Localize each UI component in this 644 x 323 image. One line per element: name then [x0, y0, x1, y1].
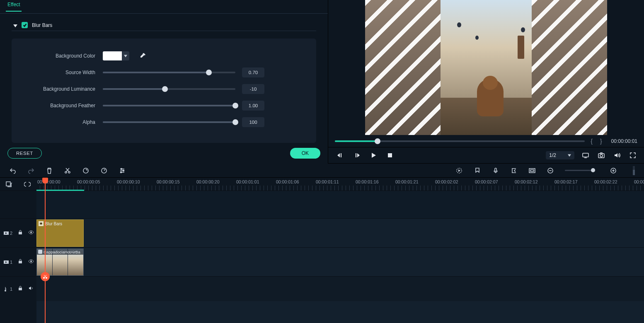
split-icon[interactable]	[64, 167, 71, 174]
track-header-audio[interactable]: 1	[0, 276, 36, 301]
lock-icon[interactable]	[17, 285, 23, 292]
split-cursor-icon[interactable]	[41, 272, 50, 281]
reset-button[interactable]: RESET	[7, 148, 42, 159]
lock-icon[interactable]	[17, 258, 23, 265]
value-source-width[interactable]: 0.70	[242, 67, 264, 77]
audio-mixer-icon[interactable]	[510, 167, 518, 174]
track-area[interactable]: 00:00:00:0000:00:00:0500:00:00:1000:00:0…	[36, 178, 644, 323]
preview-zoom-select[interactable]: 1/2	[546, 151, 574, 159]
preview-scrubber[interactable]	[335, 140, 585, 142]
slider-alpha[interactable]	[103, 121, 235, 123]
ruler-tick: 00:00:01:16	[355, 178, 378, 190]
ruler-tick: 00:00:02:17	[554, 178, 577, 190]
record-voiceover-icon[interactable]	[492, 167, 499, 174]
label-background-feather: Background Feather	[20, 103, 103, 108]
effect-enabled-checkbox[interactable]	[22, 22, 28, 28]
display-settings-icon[interactable]	[581, 151, 590, 160]
track-spacer	[36, 191, 644, 218]
track-audio[interactable]	[36, 276, 644, 301]
crop-icon[interactable]	[82, 167, 90, 174]
tab-effect[interactable]: Effect	[6, 2, 22, 12]
effect-params: Background Color Source Width 0.70 Backg…	[12, 39, 316, 143]
track-headers: 2 1 1	[0, 178, 36, 323]
ruler-tick: 00:00:00:10	[116, 178, 140, 190]
timeline-zoom-slider[interactable]	[565, 170, 594, 171]
preview-image	[441, 0, 532, 135]
svg-rect-19	[19, 232, 22, 234]
time-ruler[interactable]: 00:00:00:0000:00:00:0500:00:00:1000:00:0…	[36, 178, 644, 191]
fullscreen-icon[interactable]	[628, 151, 637, 160]
svg-point-20	[30, 231, 32, 233]
ruler-tick: 00:00:01:21	[395, 178, 418, 190]
tab-bar: Effect	[0, 0, 328, 14]
visibility-icon[interactable]	[28, 229, 34, 236]
clip-name: Blur Bars	[45, 222, 62, 226]
param-background-luminance: Background Luminance -10	[20, 81, 308, 97]
ruler-tick: 00:00:00:20	[196, 178, 219, 190]
svg-rect-1	[583, 153, 588, 157]
work-area[interactable]	[36, 190, 84, 191]
next-frame-button[interactable]	[351, 150, 362, 161]
redo-icon[interactable]	[27, 167, 35, 174]
slider-background-feather[interactable]	[103, 105, 235, 106]
render-icon[interactable]	[455, 167, 463, 174]
playhead-handle[interactable]	[42, 178, 48, 183]
value-background-luminance[interactable]: -10	[242, 84, 264, 94]
mute-icon[interactable]	[28, 285, 34, 292]
play-button[interactable]	[368, 150, 379, 161]
speed-icon[interactable]	[100, 167, 108, 174]
ruler-tick: 00:00:01:11	[315, 178, 339, 190]
track-number: 1	[10, 260, 12, 265]
preview-viewport	[328, 0, 644, 135]
label-background-color: Background Color	[20, 53, 103, 59]
caret-down-icon	[13, 23, 17, 27]
label-source-width: Source Width	[20, 70, 103, 75]
ruler-tick: 00:00:00:05	[76, 178, 100, 190]
zoom-in-icon[interactable]	[610, 167, 617, 174]
blur-bar-right	[532, 0, 607, 135]
preview-timecode: 00:00:00:01	[611, 138, 637, 144]
value-alpha[interactable]: 100	[242, 117, 264, 127]
param-source-width: Source Width 0.70	[20, 64, 308, 81]
safe-zone-icon[interactable]	[528, 167, 536, 174]
ok-button[interactable]: OK	[290, 148, 320, 159]
track-header-video[interactable]: 1	[0, 247, 36, 276]
decor-dog	[477, 79, 504, 116]
bracket-close[interactable]: }	[598, 138, 604, 145]
track-video[interactable]: CappadociaHotAirBa	[36, 247, 644, 276]
svg-rect-0	[388, 153, 392, 157]
track-header-effect[interactable]: 2	[0, 218, 36, 247]
prev-frame-button[interactable]	[335, 150, 346, 161]
param-alpha: Alpha 100	[20, 114, 308, 130]
slider-background-luminance[interactable]	[103, 88, 235, 90]
visibility-icon[interactable]	[28, 258, 34, 265]
color-swatch[interactable]	[103, 51, 122, 60]
lock-icon[interactable]	[17, 229, 23, 236]
delete-icon[interactable]	[46, 167, 53, 174]
effect-section-header[interactable]: Blur Bars	[12, 19, 316, 31]
undo-icon[interactable]	[9, 167, 17, 174]
stop-button[interactable]	[385, 150, 395, 161]
adjust-icon[interactable]	[119, 167, 126, 174]
label-background-luminance: Background Luminance	[20, 86, 103, 92]
ruler-tick: 00:00:02:12	[514, 178, 537, 190]
ruler-tick: 00:00:01:06	[275, 178, 299, 190]
snapshot-icon[interactable]	[597, 151, 606, 160]
eyedropper-icon[interactable]	[139, 53, 146, 59]
color-dropdown[interactable]	[122, 51, 129, 60]
marker-icon[interactable]	[474, 167, 481, 174]
manage-tracks-icon[interactable]	[5, 181, 13, 188]
clip-effect[interactable]: Blur Bars	[36, 219, 84, 247]
value-background-feather[interactable]: 1.00	[242, 101, 264, 111]
transport-bar: 1/2	[328, 147, 644, 164]
volume-icon[interactable]	[613, 151, 622, 160]
clip-video[interactable]: CappadociaHotAirBa	[36, 248, 84, 276]
slider-source-width[interactable]	[103, 72, 235, 73]
track-effect[interactable]: Blur Bars	[36, 218, 644, 247]
zoom-out-icon[interactable]	[547, 167, 554, 174]
svg-point-24	[5, 290, 6, 292]
svg-rect-22	[19, 261, 22, 263]
ruler-tick: 00:00:02:22	[593, 178, 617, 190]
bracket-open[interactable]: {	[589, 138, 594, 145]
auto-ripple-icon[interactable]	[24, 181, 31, 188]
